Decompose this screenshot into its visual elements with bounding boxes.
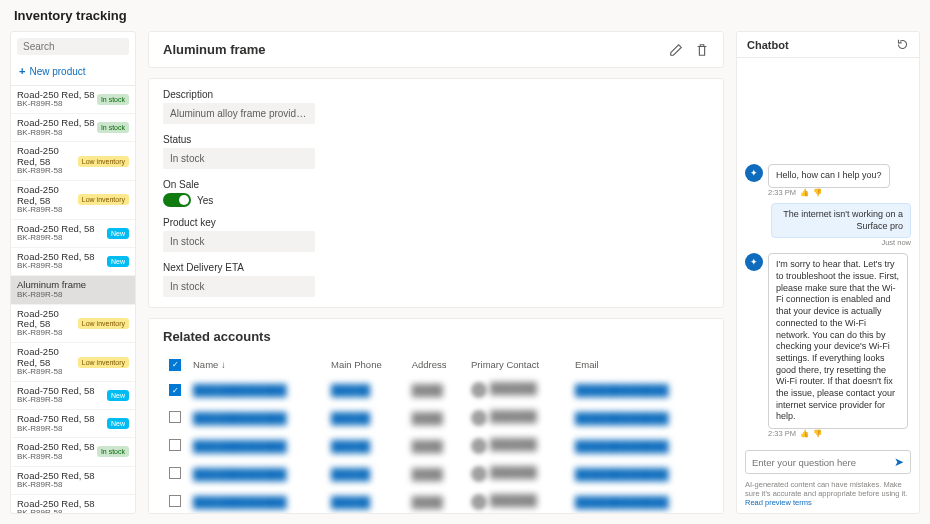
col-email[interactable]: Email [571, 354, 707, 375]
product-list-item[interactable]: Road-750 Red, 58BK-R89R-58New [11, 410, 135, 438]
table-row[interactable]: ████████████ █████ ████ ██████ █████████… [165, 461, 707, 487]
search-input-wrap[interactable] [17, 38, 129, 55]
table-row[interactable]: ████████████ █████ ████ ██████ █████████… [165, 433, 707, 459]
onsale-label: On Sale [163, 179, 709, 190]
product-list-item[interactable]: Aluminum frameBK-R89R-58 [11, 276, 135, 304]
status-badge: In stock [97, 446, 129, 457]
status-badge: Low inventory [78, 357, 129, 368]
row-checkbox[interactable] [169, 495, 181, 507]
thumbs-up-icon[interactable]: 👍 [800, 429, 809, 438]
product-list-item[interactable]: Road-250 Red, 58BK-R89R-58In stock [11, 438, 135, 466]
row-checkbox[interactable]: ✓ [169, 384, 181, 396]
productkey-value[interactable]: In stock [163, 231, 315, 252]
chatbot-title: Chatbot [747, 39, 789, 51]
status-badge: Low inventory [78, 318, 129, 329]
table-row[interactable]: ████████████ █████ ████ ██████ █████████… [165, 489, 707, 515]
thumbs-up-icon[interactable]: 👍 [800, 188, 809, 197]
eta-value[interactable]: In stock [163, 276, 315, 297]
product-list-item[interactable]: Road-250 Red, 58BK-R89R-58Low inventory [11, 343, 135, 382]
select-all-checkbox[interactable]: ✓ [169, 359, 181, 371]
onsale-toggle[interactable] [163, 193, 191, 207]
row-checkbox[interactable] [169, 411, 181, 423]
product-name: Road-250 Red, 58 [17, 146, 78, 167]
chat-input-wrap[interactable]: ➤ [745, 450, 911, 474]
product-sku: BK-R89R-58 [17, 396, 95, 405]
onsale-value: Yes [197, 195, 213, 206]
status-label: Status [163, 134, 709, 145]
status-badge: New [107, 390, 129, 401]
row-contact: ██████ [490, 438, 537, 450]
product-sku: BK-R89R-58 [17, 167, 78, 176]
col-address[interactable]: Address [408, 354, 465, 375]
product-sku: BK-R89R-58 [17, 129, 95, 138]
thumbs-down-icon[interactable]: 👎 [813, 429, 822, 438]
product-list-item[interactable]: Road-750 Red, 58BK-R89R-58New [11, 382, 135, 410]
new-product-button[interactable]: + New product [11, 61, 135, 86]
product-list-item[interactable]: Road-250 Red, 58BK-R89R-58New [11, 248, 135, 276]
row-name: ████████████ [193, 412, 287, 424]
thumbs-down-icon[interactable]: 👎 [813, 188, 822, 197]
product-list-item[interactable]: Road-250 Red, 58BK-R89R-58Low inventory [11, 142, 135, 181]
chat-input[interactable] [752, 457, 894, 468]
product-name: Road-250 Red, 58 [17, 347, 78, 368]
product-list-item[interactable]: Road-250 Red, 58BK-R89R-58New [11, 220, 135, 248]
row-phone: █████ [331, 496, 370, 508]
related-card: Related accounts ✓ Name ↓ Main Phone Add… [148, 318, 724, 514]
description-value[interactable]: Aluminum alloy frame provides a light, s… [163, 103, 315, 124]
status-badge: New [107, 228, 129, 239]
product-list-item[interactable]: Road-250 Red, 58BK-R89R-58In stock [11, 86, 135, 114]
product-sku: BK-R89R-58 [17, 453, 95, 462]
product-sku: BK-R89R-58 [17, 234, 95, 243]
row-contact: ██████ [490, 410, 537, 422]
send-icon[interactable]: ➤ [894, 455, 904, 469]
product-sku: BK-R89R-58 [17, 206, 78, 215]
reset-icon[interactable] [896, 38, 909, 51]
status-badge: In stock [97, 94, 129, 105]
avatar-icon [471, 382, 487, 398]
product-list-item[interactable]: Road-250 Red, 58BK-R89R-58Low inventory [11, 181, 135, 220]
page-title: Inventory tracking [0, 0, 930, 31]
product-list-item[interactable]: Road-250 Red, 58BK-R89R-58 [11, 495, 135, 513]
status-badge: New [107, 418, 129, 429]
detail-card: Description Aluminum alloy frame provide… [148, 78, 724, 308]
bot-avatar-icon: ✦ [745, 164, 763, 182]
row-phone: █████ [331, 440, 370, 452]
avatar-icon [471, 410, 487, 426]
row-name: ████████████ [193, 468, 287, 480]
row-address: ████ [412, 496, 443, 508]
row-address: ████ [412, 468, 443, 480]
table-row[interactable]: ✓ ████████████ █████ ████ ██████ ███████… [165, 377, 707, 403]
product-sku: BK-R89R-58 [17, 425, 95, 434]
plus-icon: + [19, 65, 25, 77]
col-phone[interactable]: Main Phone [327, 354, 406, 375]
col-name[interactable]: Name ↓ [189, 354, 325, 375]
row-name: ████████████ [193, 496, 287, 508]
preview-terms-link[interactable]: Read preview terms [745, 498, 812, 507]
row-address: ████ [412, 384, 443, 396]
product-list-item[interactable]: Road-250 Red, 58BK-R89R-58 [11, 467, 135, 495]
product-list-item[interactable]: Road-250 Red, 58BK-R89R-58In stock [11, 114, 135, 142]
status-value[interactable]: In stock [163, 148, 315, 169]
row-checkbox[interactable] [169, 467, 181, 479]
product-list-item[interactable]: Road-250 Red, 58BK-R89R-58Low inventory [11, 305, 135, 344]
row-email: ████████████ [575, 440, 669, 452]
delete-icon[interactable] [695, 43, 709, 57]
status-badge: Low inventory [78, 156, 129, 167]
row-checkbox[interactable] [169, 439, 181, 451]
product-sku: BK-R89R-58 [17, 368, 78, 377]
bot-avatar-icon: ✦ [745, 253, 763, 271]
product-sku: BK-R89R-58 [17, 291, 86, 300]
avatar-icon [471, 466, 487, 482]
search-input[interactable] [23, 41, 136, 52]
status-badge: In stock [97, 122, 129, 133]
product-sku: BK-R89R-58 [17, 329, 78, 338]
table-row[interactable]: ████████████ █████ ████ ██████ █████████… [165, 405, 707, 431]
related-title: Related accounts [163, 329, 709, 344]
status-badge: New [107, 256, 129, 267]
row-phone: █████ [331, 412, 370, 424]
edit-icon[interactable] [669, 43, 683, 57]
productkey-label: Product key [163, 217, 709, 228]
detail-title: Aluminum frame [163, 42, 266, 57]
col-contact[interactable]: Primary Contact [467, 354, 569, 375]
product-name: Road-750 Red, 58 [17, 414, 95, 424]
